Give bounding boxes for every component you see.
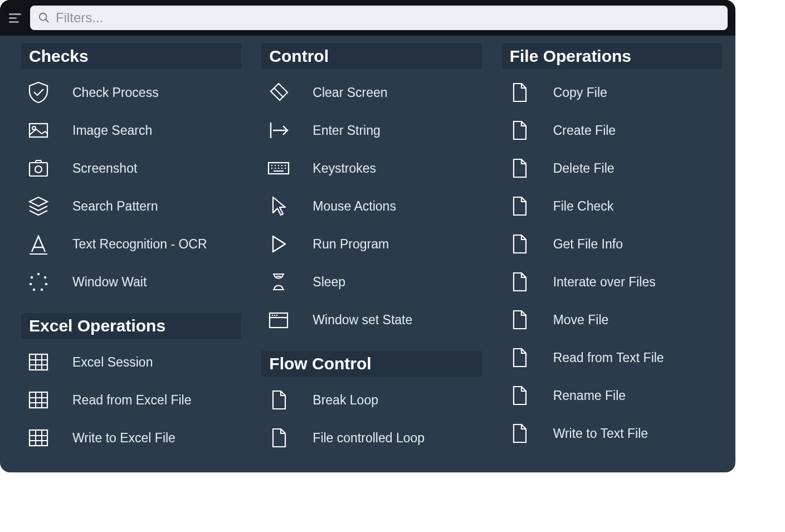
action-file-controlled-loop[interactable]: File controlled Loop — [261, 419, 481, 457]
section-title: Control — [261, 43, 481, 69]
action-label: Text Recognition - OCR — [72, 237, 207, 252]
action-label: Mouse Actions — [313, 199, 396, 214]
column: ChecksCheck ProcessImage SearchScreensho… — [21, 43, 241, 457]
action-rename-file[interactable]: Rename File — [502, 377, 722, 414]
action-file-check[interactable]: File Check — [502, 187, 722, 225]
section-title: File Operations — [502, 43, 722, 69]
action-interate-over-files[interactable]: Interate over Files — [502, 263, 722, 301]
action-label: Sleep — [313, 275, 345, 290]
menu-icon[interactable] — [8, 11, 22, 25]
section-title: Excel Operations — [21, 313, 241, 339]
action-copy-file[interactable]: Copy File — [502, 74, 722, 111]
image-icon — [25, 118, 52, 143]
enter-arrow-icon — [265, 118, 292, 143]
action-keystrokes[interactable]: Keystrokes — [261, 149, 481, 187]
section-flow-control: Flow ControlBreak LoopFile controlled Lo… — [261, 351, 481, 457]
action-read-from-text-file[interactable]: Read from Text File — [502, 339, 722, 377]
action-label: Break Loop — [313, 393, 378, 408]
file-icon — [505, 308, 533, 332]
file-icon — [265, 426, 292, 450]
section-title: Flow Control — [261, 351, 481, 377]
file-icon — [505, 270, 533, 294]
section-control: ControlClear ScreenEnter StringKeystroke… — [261, 43, 481, 339]
grid-icon — [25, 426, 52, 450]
action-write-to-excel-file[interactable]: Write to Excel File — [21, 419, 241, 457]
action-label: Excel Session — [72, 355, 153, 370]
play-icon — [265, 232, 292, 256]
section-file-operations: File OperationsCopy FileCreate FileDelet… — [502, 43, 722, 452]
section-items: Copy FileCreate FileDelete FileFile Chec… — [502, 74, 722, 452]
action-screenshot[interactable]: Screenshot — [21, 149, 241, 187]
file-icon — [505, 345, 533, 370]
action-label: Search Pattern — [72, 199, 158, 214]
action-delete-file[interactable]: Delete File — [502, 149, 722, 187]
action-label: File Check — [553, 199, 614, 214]
action-label: Rename File — [553, 388, 626, 403]
file-icon — [505, 80, 533, 105]
action-move-file[interactable]: Move File — [502, 301, 722, 339]
action-label: Create File — [553, 123, 616, 138]
action-write-to-text-file[interactable]: Write to Text File — [502, 414, 722, 452]
action-get-file-info[interactable]: Get File Info — [502, 225, 722, 263]
action-label: Enter String — [313, 123, 380, 138]
action-label: Read from Excel File — [72, 393, 191, 408]
grid-icon — [25, 350, 52, 374]
file-icon — [505, 118, 533, 143]
action-label: Write to Excel File — [72, 431, 175, 446]
action-enter-string[interactable]: Enter String — [261, 111, 481, 149]
search-box[interactable] — [30, 6, 728, 30]
action-label: Clear Screen — [313, 85, 387, 100]
topbar — [0, 0, 735, 36]
file-icon — [505, 194, 533, 218]
svg-line-29 — [46, 19, 49, 23]
action-break-loop[interactable]: Break Loop — [261, 381, 481, 419]
action-check-process[interactable]: Check Process — [21, 74, 241, 111]
action-label: Window set State — [313, 313, 412, 328]
action-image-search[interactable]: Image Search — [21, 111, 241, 149]
action-read-from-excel-file[interactable]: Read from Excel File — [21, 381, 241, 419]
action-mouse-actions[interactable]: Mouse Actions — [261, 187, 481, 225]
action-create-file[interactable]: Create File — [502, 111, 722, 149]
section-checks: ChecksCheck ProcessImage SearchScreensho… — [21, 43, 241, 301]
action-excel-session[interactable]: Excel Session — [21, 343, 241, 381]
search-input[interactable] — [56, 10, 720, 26]
action-label: Keystrokes — [313, 161, 376, 176]
actions-panel: ChecksCheck ProcessImage SearchScreensho… — [0, 36, 735, 472]
window-icon — [265, 308, 292, 332]
action-label: Check Process — [72, 85, 159, 100]
file-icon — [505, 232, 533, 256]
keyboard-icon — [265, 156, 292, 180]
section-items: Check ProcessImage SearchScreenshotSearc… — [21, 74, 241, 301]
action-sleep[interactable]: Sleep — [261, 263, 481, 301]
column: ControlClear ScreenEnter StringKeystroke… — [261, 43, 481, 457]
action-text-recognition-ocr[interactable]: Text Recognition - OCR — [21, 225, 241, 263]
action-label: Move File — [553, 313, 609, 328]
section-items: Clear ScreenEnter StringKeystrokesMouse … — [261, 74, 481, 339]
action-run-program[interactable]: Run Program — [261, 225, 481, 263]
action-window-wait[interactable]: Window Wait — [21, 263, 241, 301]
file-icon — [265, 388, 292, 412]
grid-icon — [25, 388, 52, 412]
file-icon — [505, 156, 533, 180]
dots-wait-icon — [25, 270, 52, 294]
action-window-set-state[interactable]: Window set State — [261, 301, 481, 339]
action-label: Run Program — [313, 237, 389, 252]
action-label: Interate over Files — [553, 275, 656, 290]
action-label: Read from Text File — [553, 350, 664, 365]
action-search-pattern[interactable]: Search Pattern — [21, 187, 241, 225]
hourglass-icon — [265, 270, 292, 294]
section-title: Checks — [21, 43, 241, 69]
action-label: File controlled Loop — [313, 431, 425, 446]
eraser-icon — [265, 80, 292, 105]
action-clear-screen[interactable]: Clear Screen — [261, 74, 481, 111]
shield-check-icon — [25, 80, 52, 105]
svg-point-28 — [40, 13, 47, 21]
camera-icon — [25, 156, 52, 180]
file-icon — [505, 421, 533, 446]
action-label: Get File Info — [553, 237, 623, 252]
action-label: Write to Text File — [553, 426, 648, 441]
action-label: Screenshot — [72, 161, 137, 176]
action-label: Image Search — [72, 123, 152, 138]
file-icon — [505, 383, 533, 408]
cursor-icon — [265, 194, 292, 218]
